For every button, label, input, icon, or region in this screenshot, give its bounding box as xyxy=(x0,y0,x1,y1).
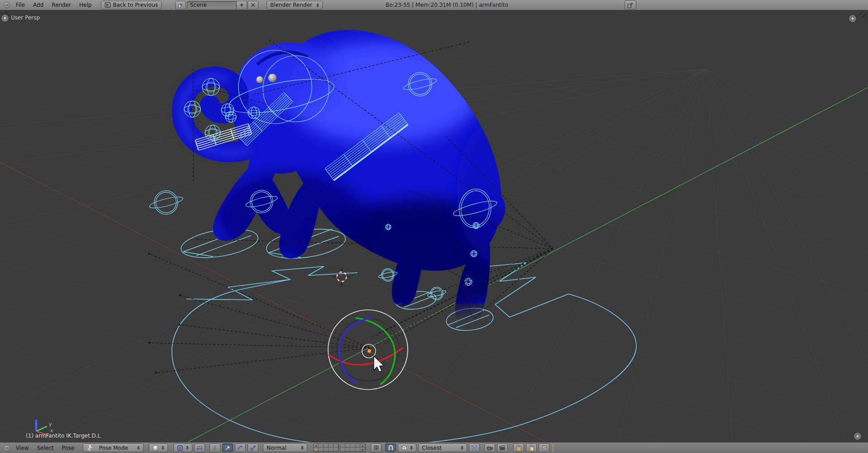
back-to-previous-button[interactable]: Back to Previous xyxy=(101,1,162,10)
bone-origin-point xyxy=(367,349,371,353)
view-header-collapse-icon[interactable] xyxy=(4,445,10,451)
menu-view[interactable]: View xyxy=(12,443,33,453)
layers-widget-right[interactable] xyxy=(340,443,366,452)
menu-pose[interactable]: Pose xyxy=(58,443,79,453)
pivot-center-icon xyxy=(177,445,183,451)
back-arrow-icon xyxy=(105,2,111,8)
menu-help[interactable]: Help xyxy=(75,0,95,10)
opengl-render-button[interactable] xyxy=(484,443,495,452)
mode-select-value: Pose Mode xyxy=(99,445,128,451)
menu-file[interactable]: File xyxy=(12,0,29,10)
snap-target-select[interactable]: Closest xyxy=(418,443,467,452)
translate-manipulator-button[interactable] xyxy=(222,443,233,452)
window-duplicate-button[interactable] xyxy=(625,0,636,10)
bottom-right-plus-icon[interactable] xyxy=(854,433,861,439)
scale-icon xyxy=(250,445,256,451)
render-engine-value: Blender Render xyxy=(270,2,312,8)
viewport-3d[interactable] xyxy=(0,10,868,443)
dropdown-arrows-icon xyxy=(162,446,164,450)
mode-select[interactable]: Pose Mode xyxy=(83,443,143,452)
header-collapse-icon[interactable] xyxy=(4,2,10,8)
solid-shading-icon xyxy=(153,445,159,451)
clipboard-paste-icon xyxy=(529,445,534,451)
translate-icon xyxy=(224,445,231,451)
menu-add[interactable]: Add xyxy=(29,0,48,10)
scene-add-button[interactable] xyxy=(236,1,247,10)
pivot-point-select[interactable] xyxy=(173,443,192,452)
dropdown-arrows-icon xyxy=(301,446,304,450)
active-object-info: (1) armFantito IK.Target.D.L xyxy=(26,433,100,439)
layers-widget-left[interactable] xyxy=(313,443,339,452)
rotate-manipulator-button[interactable] xyxy=(235,443,246,452)
snap-peel-object-button[interactable] xyxy=(469,443,480,452)
elephant-eye-left xyxy=(256,76,263,83)
orientation-select[interactable]: Normal xyxy=(263,443,307,452)
close-icon xyxy=(251,3,255,7)
dropdown-arrows-icon xyxy=(137,446,140,450)
menu-select[interactable]: Select xyxy=(33,443,57,453)
view-name-label: User Persp xyxy=(11,14,40,21)
copy-pose-button[interactable] xyxy=(513,443,524,452)
status-info: Bo:23-55 | Mem:20.31M (0.10M) | armFanti… xyxy=(386,2,508,8)
menu-render[interactable]: Render xyxy=(48,0,75,10)
pose-mode-icon xyxy=(86,445,92,451)
lock-icon xyxy=(373,445,379,451)
cube-icon xyxy=(401,445,407,451)
clipboard-copy-icon xyxy=(516,445,522,451)
paste-pose-button[interactable] xyxy=(526,443,537,452)
rotate-icon xyxy=(237,445,243,451)
magnet-icon xyxy=(388,445,394,451)
snap-toggle-button[interactable] xyxy=(385,443,396,452)
manipulator-toggle-button[interactable] xyxy=(210,443,220,452)
scene-browse-button[interactable] xyxy=(175,1,186,10)
view-header-bar: View Select Pose Pose Mode xyxy=(0,442,868,453)
axis-label-y: y xyxy=(49,421,52,427)
back-to-previous-label: Back to Previous xyxy=(113,2,158,8)
scene-name-field[interactable]: Scene xyxy=(187,1,237,10)
window-fullscreen-icon xyxy=(627,2,633,8)
elephant-eye-right xyxy=(268,74,277,82)
dropdown-arrows-icon xyxy=(316,3,319,7)
scene-unlink-button[interactable] xyxy=(248,1,258,10)
scene-icon xyxy=(177,2,183,8)
blender-window: { "info_bar": { "menus": ["File", "Add",… xyxy=(0,0,868,453)
camera-icon xyxy=(486,445,493,451)
scene-name-value: Scene xyxy=(190,2,207,8)
axis-label-x: x xyxy=(50,428,53,434)
axis-manipulator-icon xyxy=(212,445,218,451)
manipulate-center-points-toggle[interactable] xyxy=(194,443,205,452)
snap-target-value: Closest xyxy=(422,445,442,451)
shading-select[interactable] xyxy=(149,443,168,452)
opengl-render-anim-button[interactable] xyxy=(497,443,508,452)
header-separator xyxy=(553,444,553,452)
properties-open-plus-icon[interactable] xyxy=(849,15,856,22)
snap-element-select[interactable] xyxy=(398,443,416,452)
lock-to-scene-button[interactable] xyxy=(371,443,382,452)
snap-bounds-icon xyxy=(471,445,477,451)
clipboard-paste-flipped-icon xyxy=(541,445,547,451)
orientation-select-value: Normal xyxy=(267,445,286,451)
dropdown-arrows-icon xyxy=(186,446,189,450)
paste-flipped-pose-button[interactable] xyxy=(539,443,549,452)
scale-manipulator-button[interactable] xyxy=(248,443,258,452)
plus-icon xyxy=(239,3,244,7)
clapperboard-icon xyxy=(499,445,506,451)
info-header-bar: File Add Render Help Back to Previous Sc… xyxy=(0,0,868,10)
render-engine-select[interactable]: Blender Render xyxy=(267,1,323,10)
toolshelf-open-plus-icon[interactable] xyxy=(2,15,8,21)
dropdown-arrows-icon xyxy=(461,446,463,450)
center-points-icon xyxy=(196,446,203,450)
dropdown-arrows-icon xyxy=(410,446,413,450)
